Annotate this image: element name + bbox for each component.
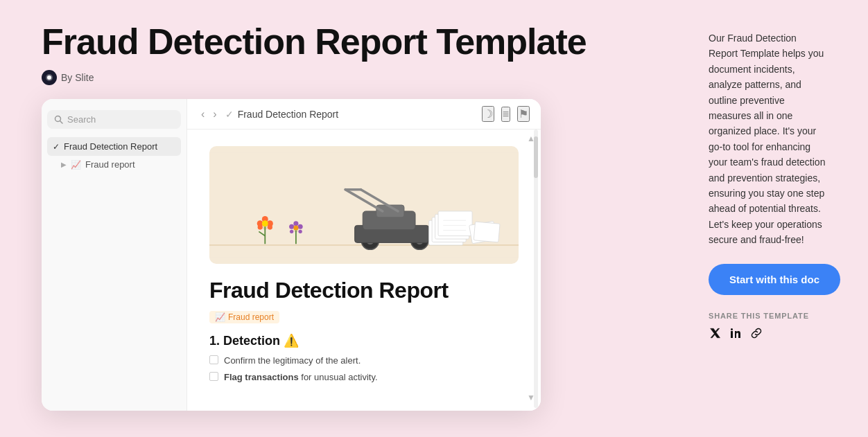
svg-point-1 (47, 75, 51, 80)
toolbar-nav: ‹ › (198, 107, 220, 122)
moon-button[interactable]: ☽ (482, 106, 494, 122)
doc-tag: 📈 Fraud report (209, 311, 279, 323)
checklist-item-2-text: Flag transactions for unusual activity. (224, 371, 378, 384)
checklist-item-2: Flag transactions for unusual activity. (209, 371, 519, 384)
svg-point-12 (262, 220, 268, 226)
check-icon: ✓ (53, 142, 60, 152)
search-placeholder-text: Search (67, 114, 96, 125)
doc-check-icon: ✓ (225, 109, 234, 120)
doc-toolbar: ‹ › ✓ Fraud Detection Report ☽ ≡ ⚑ (187, 99, 541, 130)
svg-point-11 (268, 225, 272, 230)
sidebar-item-label: Fraud Detection Report (64, 141, 157, 152)
bold-text: Flag transactions (224, 372, 299, 382)
trend-icon: 📈 (71, 160, 81, 170)
scroll-up-arrow[interactable]: ▲ (527, 134, 535, 143)
tag-icon: 📈 (215, 312, 225, 322)
page-title: Fraud Detection Report Template (42, 22, 674, 62)
copy-link-button[interactable] (750, 327, 763, 343)
svg-point-10 (258, 225, 263, 230)
flag-button[interactable]: ⚑ (517, 106, 530, 122)
svg-point-21 (293, 226, 298, 231)
svg-rect-41 (474, 222, 500, 242)
section-1-heading: 1. Detection ⚠️ (209, 333, 519, 348)
expand-icon: ▶ (61, 161, 67, 168)
by-slite-text: By Slite (61, 72, 94, 83)
svg-point-18 (298, 224, 303, 229)
by-slite-container: By Slite (42, 70, 674, 85)
document-area: ‹ › ✓ Fraud Detection Report ☽ ≡ ⚑ (187, 99, 541, 411)
slite-logo-icon (42, 70, 57, 85)
twitter-share-button[interactable] (709, 327, 721, 343)
checklist-item-1: Confirm the legitimacy of the alert. (209, 354, 519, 368)
doc-content[interactable]: Fraud Detection Report 📈 Fraud report 1.… (187, 130, 541, 411)
linkedin-icon (729, 327, 742, 339)
doc-title-bar: ✓ Fraud Detection Report (225, 109, 339, 120)
forward-button[interactable]: › (210, 107, 219, 122)
svg-rect-42 (731, 331, 733, 338)
svg-line-3 (60, 121, 63, 124)
svg-point-16 (293, 221, 298, 226)
search-input[interactable]: Search (47, 110, 181, 129)
normal-text: for unusual activity. (301, 372, 377, 382)
twitter-icon (709, 327, 721, 339)
tag-text: Fraud report (228, 312, 274, 322)
link-icon (750, 327, 763, 339)
linkedin-share-button[interactable] (729, 327, 742, 343)
svg-point-17 (289, 224, 294, 229)
share-icons (709, 327, 826, 343)
checkbox-2[interactable] (209, 372, 218, 381)
sidebar-item-fraud-detection-report[interactable]: ✓ Fraud Detection Report (47, 137, 181, 156)
share-label: SHARE THIS TEMPLATE (709, 312, 826, 320)
svg-rect-36 (438, 211, 472, 236)
svg-point-43 (731, 328, 733, 330)
share-section: SHARE THIS TEMPLATE (709, 312, 826, 343)
toolbar-left: ‹ › ✓ Fraud Detection Report (198, 107, 338, 122)
checkbox-1[interactable] (209, 355, 218, 364)
search-icon (54, 115, 63, 124)
app-preview-card: Search ✓ Fraud Detection Report ▶ 📈 Frau… (42, 99, 541, 411)
start-with-doc-button[interactable]: Start with this doc (709, 264, 840, 295)
back-button[interactable]: ‹ (198, 107, 207, 122)
hero-image (209, 146, 519, 264)
sidebar-sub-item-label: Fraud report (85, 159, 135, 170)
toolbar-right: ☽ ≡ ⚑ (482, 106, 530, 122)
scroll-down-arrow[interactable]: ▼ (527, 393, 535, 402)
scrollbar-track (534, 130, 538, 408)
sidebar-item-fraud-report[interactable]: ▶ 📈 Fraud report (47, 156, 181, 173)
checklist-item-1-text: Confirm the legitimacy of the alert. (224, 354, 361, 368)
svg-point-19 (290, 230, 293, 233)
doc-heading: Fraud Detection Report (209, 278, 519, 303)
description-text: Our Fraud Detection Report Template help… (709, 30, 826, 247)
svg-point-20 (298, 230, 302, 233)
menu-button[interactable]: ≡ (501, 107, 510, 122)
sidebar: Search ✓ Fraud Detection Report ▶ 📈 Frau… (42, 99, 187, 411)
right-description-panel: Our Fraud Detection Report Template help… (674, 22, 826, 411)
doc-toolbar-title: Fraud Detection Report (238, 109, 339, 120)
